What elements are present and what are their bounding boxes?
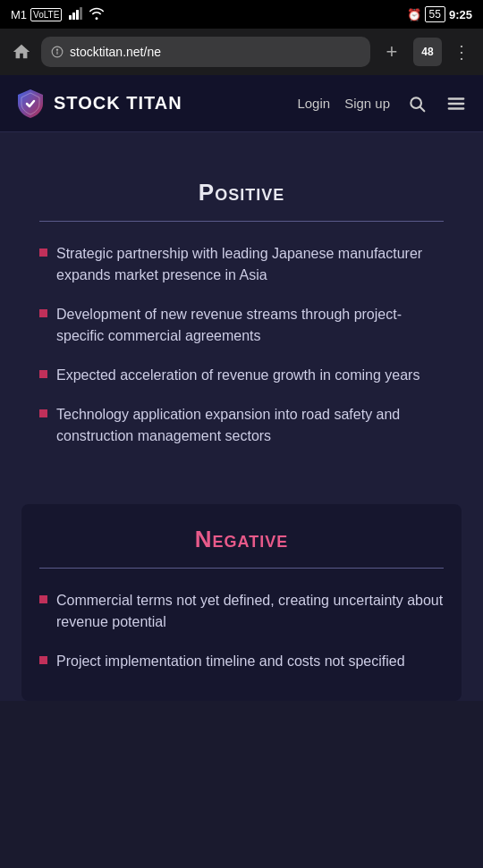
svg-rect-6: [56, 51, 57, 55]
carrier-label: M1: [11, 8, 27, 21]
positive-item-1: Strategic partnership with leading Japan…: [56, 243, 444, 286]
positive-card: Positive Strategic partnership with lead…: [21, 157, 462, 476]
list-item: Strategic partnership with leading Japan…: [39, 243, 444, 286]
svg-line-8: [420, 106, 425, 111]
svg-rect-1: [72, 13, 75, 20]
browser-home-button[interactable]: [9, 39, 34, 64]
status-left: M1 VoLTE: [11, 7, 105, 22]
browser-bar: stocktitan.net/ne + 48 ⋮: [0, 29, 483, 75]
list-item: Development of new revenue streams throu…: [39, 304, 444, 347]
battery-indicator: 55: [425, 6, 445, 22]
logo-icon: [14, 88, 47, 120]
search-button[interactable]: [404, 91, 429, 116]
header-nav: Login Sign up: [297, 91, 469, 116]
svg-rect-2: [76, 10, 79, 20]
list-item: Project implementation timeline and cost…: [39, 651, 444, 672]
alarm-icon: ⏰: [407, 8, 421, 21]
list-item: Commercial terms not yet defined, creati…: [39, 590, 444, 633]
positive-bullet-list: Strategic partnership with leading Japan…: [39, 243, 444, 447]
bullet-icon: [39, 249, 47, 257]
negative-section: Negative Commercial terms not yet define…: [21, 504, 462, 701]
negative-item-2: Project implementation timeline and cost…: [56, 651, 405, 672]
main-content: Positive Strategic partnership with lead…: [0, 132, 483, 701]
positive-item-4: Technology application expansion into ro…: [56, 404, 444, 447]
site-header: STOCK TITAN Login Sign up: [0, 75, 483, 132]
positive-divider: [39, 221, 444, 222]
negative-item-1: Commercial terms not yet defined, creati…: [56, 590, 444, 633]
negative-bullet-list: Commercial terms not yet defined, creati…: [39, 590, 444, 672]
url-bar[interactable]: stocktitan.net/ne: [41, 37, 370, 67]
browser-menu-button[interactable]: ⋮: [449, 39, 474, 64]
url-security-icon: [50, 45, 64, 59]
bullet-icon: [39, 595, 47, 603]
url-text: stocktitan.net/ne: [70, 45, 161, 59]
negative-title: Negative: [39, 526, 444, 553]
positive-item-3: Expected acceleration of revenue growth …: [56, 365, 419, 386]
wifi-icon: [89, 7, 105, 22]
svg-rect-0: [69, 15, 72, 20]
list-item: Expected acceleration of revenue growth …: [39, 365, 444, 386]
logo-area: STOCK TITAN: [14, 88, 297, 120]
bullet-icon: [39, 370, 47, 378]
hamburger-menu-button[interactable]: [444, 91, 469, 116]
status-right: ⏰ 55 9:25: [407, 6, 472, 22]
site-logo-text: STOCK TITAN: [54, 93, 182, 114]
bullet-icon: [39, 309, 47, 317]
status-bar: M1 VoLTE ⏰ 55 9:25: [0, 0, 483, 29]
bullet-icon: [39, 409, 47, 417]
positive-section: Positive Strategic partnership with lead…: [0, 132, 483, 476]
svg-rect-3: [80, 7, 82, 20]
positive-item-2: Development of new revenue streams throu…: [56, 304, 444, 347]
svg-point-5: [56, 49, 58, 51]
new-tab-button[interactable]: +: [377, 38, 406, 66]
list-item: Technology application expansion into ro…: [39, 404, 444, 447]
positive-title: Positive: [39, 179, 444, 206]
time-display: 9:25: [449, 8, 472, 21]
bullet-icon: [39, 656, 47, 664]
signal-icon: [69, 7, 85, 22]
signup-link[interactable]: Sign up: [344, 96, 390, 111]
negative-divider: [39, 568, 444, 569]
login-link[interactable]: Login: [297, 96, 330, 111]
volte-label: VoLTE: [30, 8, 62, 21]
tabs-count-button[interactable]: 48: [413, 38, 442, 66]
